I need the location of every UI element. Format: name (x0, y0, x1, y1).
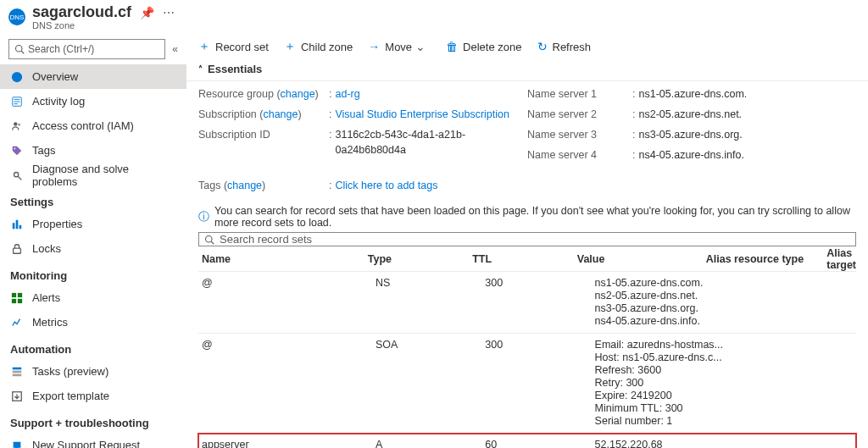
sidebar-item-overview[interactable]: Overview (0, 64, 186, 89)
plus-icon: ＋ (198, 39, 210, 54)
page-title: sagarcloud.cf (32, 3, 131, 21)
sidebar-item-label: Diagnose and solve problems (32, 163, 176, 188)
svg-line-21 (211, 241, 214, 244)
col-alias-target[interactable]: Alias target (826, 247, 856, 271)
row-name: appserver (198, 439, 376, 448)
svg-point-6 (14, 147, 16, 149)
tags-value[interactable]: Click here to add tags (335, 178, 437, 193)
record-search-input[interactable]: Search record sets (198, 232, 856, 246)
page-subtitle: DNS zone (32, 20, 175, 30)
row-name: @ (198, 277, 376, 289)
sidebar-item-label: Metrics (32, 316, 68, 329)
sidebar-item-label: Properties (32, 218, 82, 230)
metrics-icon (10, 317, 24, 329)
svg-rect-12 (12, 292, 16, 296)
ns3-value: ns3-05.azure-dns.org. (638, 127, 742, 142)
delete-zone-label: Delete zone (463, 41, 521, 53)
refresh-label: Refresh (553, 41, 592, 53)
row-value: 52.152.220.68 (595, 439, 730, 448)
sidebar-item-locks[interactable]: Locks (0, 236, 186, 261)
alerts-icon (10, 292, 24, 304)
records-table: Name Type TTL Value Alias resource type … (198, 246, 856, 448)
tags-icon (10, 145, 24, 157)
sidebar-item-label: New Support Request (32, 439, 140, 448)
svg-rect-13 (18, 292, 22, 296)
delete-zone-button[interactable]: 🗑Delete zone (446, 40, 521, 53)
svg-rect-10 (19, 224, 22, 228)
subscription-change-link[interactable]: change (263, 108, 298, 120)
svg-rect-8 (13, 223, 15, 229)
svg-rect-15 (18, 298, 22, 302)
sidebar-group-label: Monitoring (0, 261, 186, 285)
sidebar-item-tasks[interactable]: Tasks (preview) (0, 359, 186, 384)
sidebar-item-support[interactable]: New Support Request (0, 433, 186, 448)
svg-rect-9 (16, 219, 19, 229)
sidebar-item-label: Activity log (32, 95, 85, 108)
sidebar-item-label: Tasks (preview) (32, 365, 108, 378)
sidebar-search-input[interactable]: Search (Ctrl+/) (8, 39, 165, 59)
row-type: NS (376, 277, 485, 289)
table-row[interactable]: appserverA6052.152.220.68 (198, 434, 856, 448)
col-name[interactable]: Name (198, 253, 368, 265)
more-icon[interactable]: ⋯ (163, 6, 175, 19)
row-value: Email: azuredns-hostmas...Host: ns1-05.a… (595, 339, 730, 428)
diagnose-icon (10, 169, 24, 181)
sidebar-item-export[interactable]: Export template (0, 384, 186, 408)
sidebar-item-alerts[interactable]: Alerts (0, 285, 186, 310)
sidebar-item-metrics[interactable]: Metrics (0, 310, 186, 335)
locks-icon (10, 243, 24, 255)
search-icon (204, 235, 214, 245)
tasks-icon (10, 366, 24, 378)
ns4-value: ns4-05.azure-dns.info. (638, 147, 743, 163)
collapse-sidebar-icon[interactable]: « (172, 43, 178, 55)
record-search-placeholder: Search record sets (220, 233, 312, 246)
trash-icon: 🗑 (446, 40, 458, 53)
sidebar-item-properties[interactable]: Properties (0, 212, 186, 236)
ns3-label: Name server 3 (527, 127, 629, 142)
child-zone-label: Child zone (301, 41, 353, 53)
search-icon (14, 44, 25, 54)
child-zone-button[interactable]: ＋Child zone (284, 39, 353, 54)
ns4-label: Name server 4 (527, 147, 629, 163)
col-alias-type[interactable]: Alias resource type (706, 253, 827, 265)
record-set-button[interactable]: ＋Record set (198, 39, 269, 54)
access-icon (10, 120, 24, 132)
essentials-toggle[interactable]: ˄ Essentials (186, 58, 868, 81)
svg-rect-18 (13, 373, 22, 376)
tags-label: Tags (change) (198, 178, 326, 193)
sidebar-item-tags[interactable]: Tags (0, 138, 186, 163)
col-ttl[interactable]: TTL (472, 253, 577, 265)
sidebar-group-label: Automation (0, 335, 186, 359)
svg-rect-17 (13, 370, 22, 373)
row-value: ns1-05.azure-dns.com.ns2-05.azure-dns.ne… (595, 277, 730, 328)
info-bar: ⓘ You can search for record sets that ha… (186, 202, 868, 232)
sidebar: Search (Ctrl+/) « OverviewActivity logAc… (0, 36, 186, 448)
pin-icon[interactable]: 📌 (140, 6, 154, 19)
svg-line-1 (21, 51, 24, 53)
table-row[interactable]: @NS300ns1-05.azure-dns.com.ns2-05.azure-… (198, 272, 856, 334)
resource-group-value[interactable]: ad-rg (335, 86, 359, 102)
sidebar-item-diagnose[interactable]: Diagnose and solve problems (0, 163, 186, 187)
svg-point-20 (206, 235, 213, 242)
svg-point-2 (12, 71, 22, 81)
arrow-right-icon: → (368, 40, 380, 53)
sidebar-group-label: Settings (0, 187, 186, 212)
properties-icon (10, 218, 24, 230)
subscription-value[interactable]: Visual Studio Enterprise Subscription (335, 107, 509, 122)
row-name: @ (198, 339, 376, 351)
resource-group-change-link[interactable]: change (281, 88, 315, 100)
plus-icon: ＋ (284, 39, 296, 54)
col-value[interactable]: Value (577, 253, 706, 265)
refresh-button[interactable]: ↻Refresh (537, 40, 592, 53)
move-label: Move (385, 41, 412, 53)
sidebar-item-access[interactable]: Access control (IAM) (0, 113, 186, 138)
subscription-id-value: 3116c2cb-543c-4da1-a21b-0a24b6b80d4a (335, 127, 527, 158)
row-ttl: 60 (485, 439, 594, 448)
svg-rect-14 (12, 298, 16, 302)
row-ttl: 300 (485, 277, 594, 289)
move-button[interactable]: →Move⌄ (368, 40, 431, 53)
sidebar-item-activity[interactable]: Activity log (0, 89, 186, 113)
tags-change-link[interactable]: change (227, 180, 262, 191)
table-row[interactable]: @SOA300Email: azuredns-hostmas...Host: n… (198, 334, 856, 434)
col-type[interactable]: Type (368, 253, 473, 265)
